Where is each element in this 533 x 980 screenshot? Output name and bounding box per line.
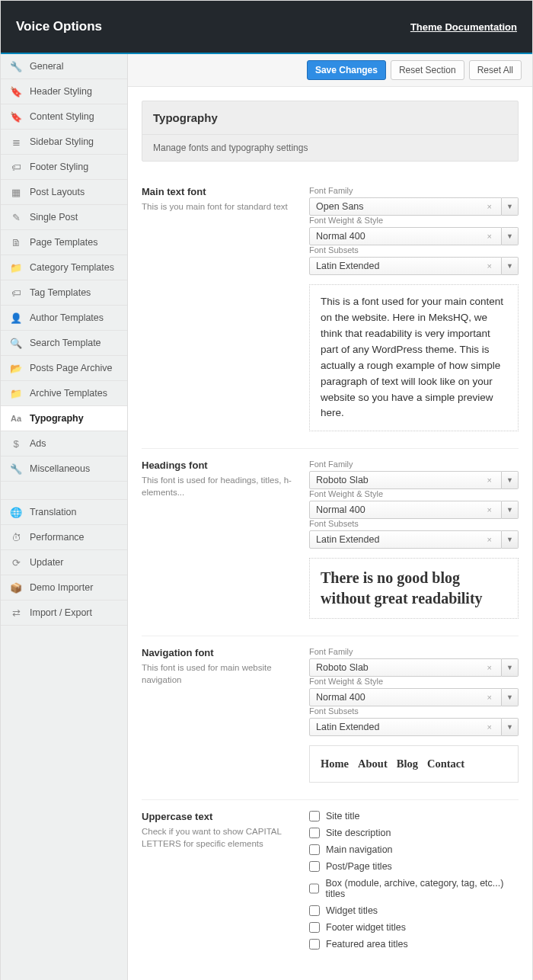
sidebar-item-author-templates[interactable]: 👤Author Templates [1,306,127,331]
sidebar-item-label: Sidebar Styling [30,136,94,147]
sidebar-item-typography[interactable]: AaTypography [1,406,127,431]
clear-icon[interactable]: × [484,535,495,544]
main-family-value: Open Sans [316,201,364,212]
chevron-down-icon[interactable]: ▼ [502,658,519,677]
pencil-icon: ✎ [10,211,22,223]
clear-icon[interactable]: × [484,232,495,241]
clear-icon[interactable]: × [484,476,495,485]
sidebar-item-posts-page-archive[interactable]: 📂Posts Page Archive [1,356,127,381]
sidebar-item-sidebar-styling[interactable]: ≣Sidebar Styling [1,130,127,155]
sidebar-item-demo-importer[interactable]: 📦Demo Importer [1,575,127,600]
swap-icon: ⇄ [10,607,22,619]
sidebar-item-label: Miscellaneous [30,463,90,474]
clear-icon[interactable]: × [484,663,495,672]
uppercase-checkbox[interactable] [309,844,320,855]
nav-weight-label: Font Weight & Style [309,677,519,686]
clear-icon[interactable]: × [484,722,495,732]
nav-font-desc: This font is used for main website navig… [142,661,294,686]
nav-preview: HomeAboutBlogContact [309,745,519,782]
uppercase-option[interactable]: Featured area titles [309,939,519,950]
reset-section-button[interactable]: Reset Section [391,60,464,80]
uppercase-desc: Check if you want to show CAPITAL LETTER… [142,825,294,850]
headings-subsets-label: Font Subsets [309,519,519,528]
sidebar-item-general[interactable]: 🔧General [1,54,127,79]
sidebar-item-archive-templates[interactable]: 📁Archive Templates [1,381,127,406]
uppercase-option[interactable]: Footer widget titles [309,922,519,933]
headings-family-select[interactable]: Roboto Slab× [309,471,502,489]
sidebar-item-label: Footer Styling [30,162,88,172]
chevron-down-icon[interactable]: ▼ [502,257,519,275]
dollar-icon: $ [10,437,22,450]
main-weight-label: Font Weight & Style [309,216,519,225]
sidebar-item-single-post[interactable]: ✎Single Post [1,205,127,230]
sidebar-item-translation[interactable]: 🌐Translation [1,500,127,525]
uppercase-checkbox[interactable] [309,811,320,821]
chevron-down-icon[interactable]: ▼ [502,718,519,736]
sidebar-item-footer-styling[interactable]: 🏷Footer Styling [1,155,127,180]
nav-subsets-select[interactable]: Latin Extended× [309,718,502,736]
reset-all-button[interactable]: Reset All [469,60,522,80]
sidebar-item-label: Demo Importer [30,582,93,593]
tag-icon: 🏷 [10,287,22,299]
chevron-down-icon[interactable]: ▼ [502,197,519,216]
nav-preview-item: About [358,757,388,770]
nav-subsets-value: Latin Extended [316,722,379,732]
chevron-down-icon[interactable]: ▼ [502,501,519,519]
clear-icon[interactable]: × [484,693,495,702]
nav-family-select[interactable]: Roboto Slab× [309,658,502,677]
sidebar-item-label: Author Templates [30,312,104,323]
uppercase-title: Uppercase text [142,811,294,822]
uppercase-checkbox[interactable] [309,883,319,894]
uppercase-checkbox[interactable] [309,828,320,838]
clear-icon[interactable]: × [484,202,495,211]
gauge-icon: ⏱ [10,531,22,543]
uppercase-option[interactable]: Site title [309,811,519,821]
main-weight-select[interactable]: Normal 400× [309,227,502,245]
clear-icon[interactable]: × [484,261,495,271]
sidebar-item-post-layouts[interactable]: ▦Post Layouts [1,180,127,205]
sidebar-item-tag-templates[interactable]: 🏷Tag Templates [1,280,127,306]
sidebar-item-header-styling[interactable]: 🔖Header Styling [1,79,127,104]
uppercase-option[interactable]: Box (module, archive, category, tag, etc… [309,878,519,899]
sidebar-item-category-templates[interactable]: 📁Category Templates [1,255,127,280]
nav-weight-select[interactable]: Normal 400× [309,688,502,706]
main-font-title: Main text font [142,186,294,197]
sidebar-item-ads[interactable]: $Ads [1,431,127,456]
chevron-down-icon[interactable]: ▼ [502,227,519,245]
headings-weight-select[interactable]: Normal 400× [309,501,502,519]
chevron-down-icon[interactable]: ▼ [502,688,519,706]
sidebar-item-label: Updater [30,557,63,568]
uppercase-checkbox[interactable] [309,939,320,950]
grid-icon: ▦ [10,186,22,198]
nav-preview-item: Contact [427,757,464,770]
nav-family-value: Roboto Slab [316,662,369,673]
main-panel: Save Changes Reset Section Reset All Typ… [128,54,532,980]
sidebar-item-import-export[interactable]: ⇄Import / Export [1,600,127,626]
chevron-down-icon[interactable]: ▼ [502,471,519,489]
uppercase-option[interactable]: Widget titles [309,905,519,916]
section-main-font: Main text font This is you main font for… [142,175,519,449]
uppercase-checkbox[interactable] [309,905,320,916]
chevron-down-icon[interactable]: ▼ [502,530,519,549]
headings-subsets-select[interactable]: Latin Extended× [309,530,502,549]
sidebar-item-miscellaneous[interactable]: 🔧Miscellaneous [1,456,127,482]
uppercase-option[interactable]: Site description [309,828,519,838]
uppercase-checkbox[interactable] [309,861,320,872]
sidebar-item-updater[interactable]: ⟳Updater [1,550,127,575]
uppercase-option[interactable]: Main navigation [309,844,519,855]
uppercase-option-label: Site description [326,828,391,838]
main-subsets-select[interactable]: Latin Extended× [309,257,502,275]
doc-link[interactable]: Theme Documentation [410,21,517,33]
main-family-select[interactable]: Open Sans× [309,197,502,216]
sidebar-item-performance[interactable]: ⏱Performance [1,525,127,550]
sidebar-item-page-templates[interactable]: 🗎Page Templates [1,230,127,255]
clear-icon[interactable]: × [484,505,495,514]
sidebar-separator [1,482,127,500]
sidebar-item-label: Typography [30,413,84,424]
sidebar-item-label: Single Post [30,212,78,223]
save-button[interactable]: Save Changes [307,60,386,80]
uppercase-checkbox[interactable] [309,922,320,933]
uppercase-option[interactable]: Post/Page titles [309,861,519,872]
sidebar-item-search-template[interactable]: 🔍Search Template [1,331,127,356]
sidebar-item-content-styling[interactable]: 🔖Content Styling [1,104,127,130]
